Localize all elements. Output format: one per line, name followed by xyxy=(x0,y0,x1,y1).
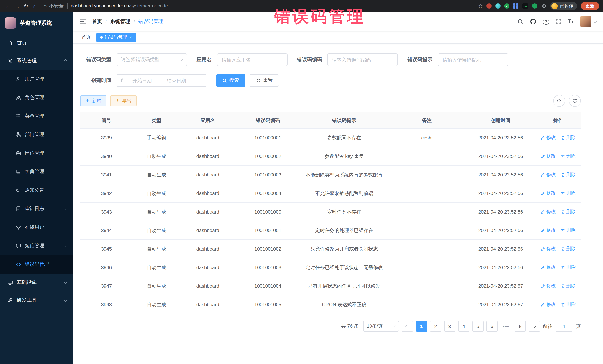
search-toggle-button[interactable] xyxy=(553,95,565,107)
sidebar-item-user-management[interactable]: 用户管理 xyxy=(0,70,73,88)
cell-type: 自动生成 xyxy=(133,221,180,240)
delete-button[interactable]: 删除 xyxy=(561,283,576,289)
profile-chip[interactable]: 已暂停 xyxy=(550,2,577,10)
back-icon[interactable]: ← xyxy=(4,1,13,10)
end-date-input[interactable] xyxy=(162,78,191,83)
goto-page-input[interactable] xyxy=(556,321,572,332)
edit-button[interactable]: 修改 xyxy=(541,283,556,289)
sidebar-item-audit-log[interactable]: 审计日志 xyxy=(0,199,73,218)
page-button-8[interactable]: 8 xyxy=(515,321,526,332)
search-button[interactable]: 搜索 xyxy=(216,74,245,87)
update-button[interactable]: 更新 xyxy=(581,2,599,10)
sidebar-item-post-management[interactable]: 岗位管理 xyxy=(0,144,73,162)
sidebar-item-online-users[interactable]: 在线用户 xyxy=(0,218,73,236)
tag-error-code[interactable]: 错误码管理 × xyxy=(96,33,136,42)
page-button-1[interactable]: 1 xyxy=(416,321,427,332)
prev-page-button[interactable] xyxy=(402,321,413,332)
help-icon[interactable]: ? xyxy=(543,18,549,25)
edit-button[interactable]: 修改 xyxy=(541,190,556,197)
delete-button[interactable]: 删除 xyxy=(561,209,576,215)
tag-home[interactable]: 首页 xyxy=(78,33,94,42)
address-bar[interactable]: dashboard.yudao.iocoder.cn/system/error-… xyxy=(71,3,168,9)
sidebar-item-dev-tools[interactable]: 研发工具 xyxy=(0,291,73,309)
cell-id: 3948 xyxy=(80,295,133,314)
close-icon[interactable]: × xyxy=(129,35,132,40)
app-logo[interactable]: 芋道管理系统 xyxy=(0,12,73,34)
extension-icon[interactable] xyxy=(495,3,500,9)
add-button[interactable]: 新增 xyxy=(80,95,106,106)
table-row: 3940 自动生成 dashboard 1001000002 参数配置 key … xyxy=(80,147,581,165)
edit-button[interactable]: 修改 xyxy=(541,227,556,233)
edit-button[interactable]: 修改 xyxy=(541,209,556,215)
user-menu[interactable] xyxy=(580,16,596,27)
edit-button[interactable]: 修改 xyxy=(541,172,556,178)
edit-button[interactable]: 修改 xyxy=(541,153,556,159)
error-code-input[interactable] xyxy=(327,53,398,66)
sidebar-item-system[interactable]: 系统管理 xyxy=(0,52,73,70)
delete-button[interactable]: 删除 xyxy=(561,301,576,308)
breadcrumb-home[interactable]: 首页 xyxy=(92,18,102,25)
trash-icon xyxy=(561,228,565,232)
delete-button[interactable]: 删除 xyxy=(561,190,576,197)
app-name-input[interactable] xyxy=(217,53,287,66)
extensions-puzzle-icon[interactable] xyxy=(541,3,547,9)
refresh-table-button[interactable] xyxy=(569,95,581,107)
delete-button[interactable]: 删除 xyxy=(561,227,576,233)
cell-remark xyxy=(388,258,465,277)
sidebar-item-home[interactable]: 首页 xyxy=(0,34,73,52)
sidebar-item-notice-management[interactable]: 通知公告 xyxy=(0,181,73,199)
extension-grid-icon[interactable] xyxy=(513,3,518,9)
reload-icon[interactable]: ↻ xyxy=(22,1,30,10)
edit-button[interactable]: 修改 xyxy=(541,264,556,271)
extension-on-icon[interactable]: on xyxy=(522,3,528,9)
edit-button[interactable]: 修改 xyxy=(541,246,556,252)
cell-time: 2021-04-20 23:52:56 xyxy=(465,128,536,147)
page-button-5[interactable]: 5 xyxy=(472,321,484,332)
sidebar-item-dept-management[interactable]: 部门管理 xyxy=(0,125,73,144)
edit-button[interactable]: 修改 xyxy=(541,134,556,141)
page-button-2[interactable]: 2 xyxy=(430,321,441,332)
delete-button[interactable]: 删除 xyxy=(561,264,576,271)
cell-actions: 修改 删除 xyxy=(536,128,581,147)
delete-button[interactable]: 删除 xyxy=(561,172,576,178)
extension-icon[interactable]: ✓ xyxy=(504,3,510,9)
page-button-6[interactable]: 6 xyxy=(487,321,498,332)
hamburger-icon[interactable] xyxy=(79,19,86,24)
security-indicator[interactable]: ⚠ 不安全 xyxy=(43,3,64,9)
security-label: 不安全 xyxy=(49,3,64,9)
search-icon[interactable] xyxy=(517,18,524,25)
sidebar-item-infrastructure[interactable]: 基础设施 xyxy=(0,274,73,291)
edit-button[interactable]: 修改 xyxy=(541,301,556,308)
trash-icon xyxy=(561,210,565,214)
github-icon[interactable] xyxy=(530,18,537,25)
extension-icon[interactable] xyxy=(487,3,492,9)
more-pages-button[interactable]: ••• xyxy=(500,321,512,332)
next-page-button[interactable] xyxy=(529,321,540,332)
pencil-icon xyxy=(541,228,545,232)
sidebar-item-sms-management[interactable]: 短信管理 xyxy=(0,236,73,255)
sidebar-item-menu-management[interactable]: 菜单管理 xyxy=(0,107,73,125)
error-type-select[interactable]: 请选择错误码类型 xyxy=(116,53,187,66)
delete-button[interactable]: 删除 xyxy=(561,134,576,141)
pencil-icon xyxy=(541,302,545,307)
page-button-4[interactable]: 4 xyxy=(458,321,469,332)
font-size-icon[interactable]: TT xyxy=(568,18,574,25)
delete-button[interactable]: 删除 xyxy=(561,246,576,252)
forward-icon[interactable]: → xyxy=(13,1,22,10)
sidebar-item-role-management[interactable]: 角色管理 xyxy=(0,88,73,107)
extension-icon[interactable] xyxy=(532,3,537,9)
fullscreen-icon[interactable] xyxy=(556,19,561,24)
browser-home-icon[interactable]: ⌂ xyxy=(30,1,39,10)
date-range-picker[interactable]: - xyxy=(116,74,206,87)
export-button[interactable]: 导出 xyxy=(110,95,137,106)
reset-button[interactable]: 重置 xyxy=(250,74,279,87)
breadcrumb-system[interactable]: 系统管理 xyxy=(110,18,130,25)
sidebar-item-error-code-management[interactable]: 错误码管理 xyxy=(0,255,73,274)
page-size-select[interactable]: 10条/页 xyxy=(363,321,399,332)
page-button-3[interactable]: 3 xyxy=(444,321,455,332)
sidebar-item-dict-management[interactable]: 字典管理 xyxy=(0,162,73,181)
delete-button[interactable]: 删除 xyxy=(561,153,576,159)
bookmark-star-icon[interactable]: ☆ xyxy=(478,3,483,9)
error-hint-input[interactable] xyxy=(438,53,508,66)
start-date-input[interactable] xyxy=(127,78,157,83)
